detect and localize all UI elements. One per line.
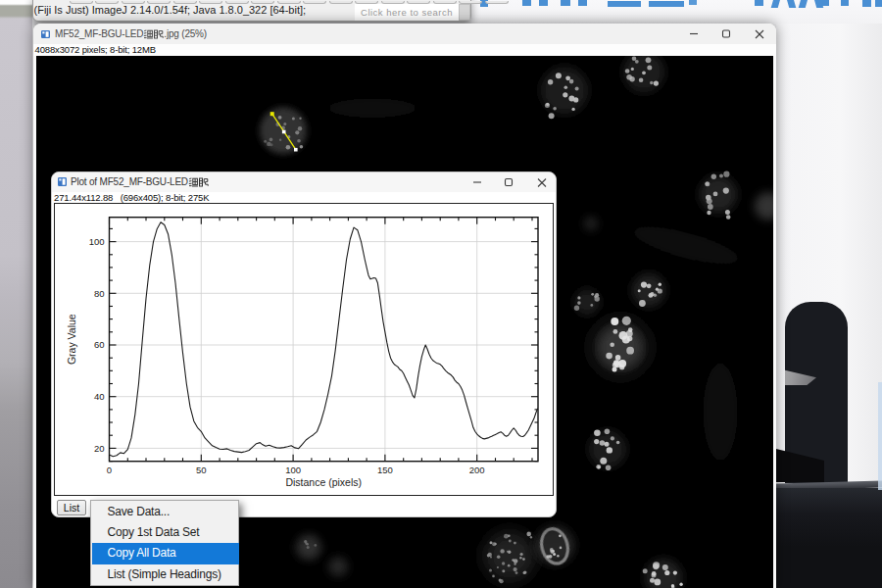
svg-text:50: 50 xyxy=(196,464,207,474)
svg-text:60: 60 xyxy=(93,339,104,350)
svg-text:Distance (pixels): Distance (pixels) xyxy=(285,475,362,487)
svg-text:200: 200 xyxy=(468,464,484,474)
svg-text:80: 80 xyxy=(93,287,104,298)
svg-text:Gray Value: Gray Value xyxy=(66,314,77,365)
svg-text:100: 100 xyxy=(285,464,301,474)
svg-text:0: 0 xyxy=(106,464,111,474)
svg-text:100: 100 xyxy=(88,236,104,247)
svg-text:40: 40 xyxy=(93,391,104,402)
svg-text:150: 150 xyxy=(376,464,392,474)
svg-text:20: 20 xyxy=(93,442,104,453)
